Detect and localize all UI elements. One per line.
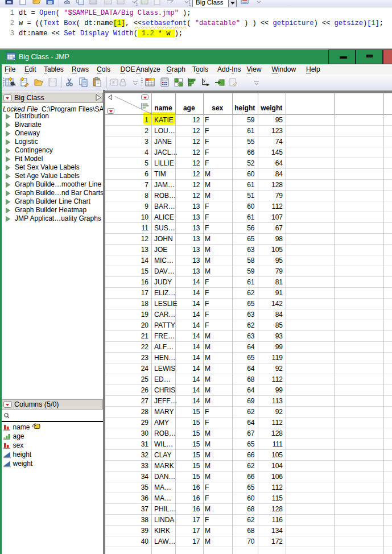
svg-text:$: $	[112, 80, 115, 85]
svg-text:x: x	[206, 81, 209, 87]
